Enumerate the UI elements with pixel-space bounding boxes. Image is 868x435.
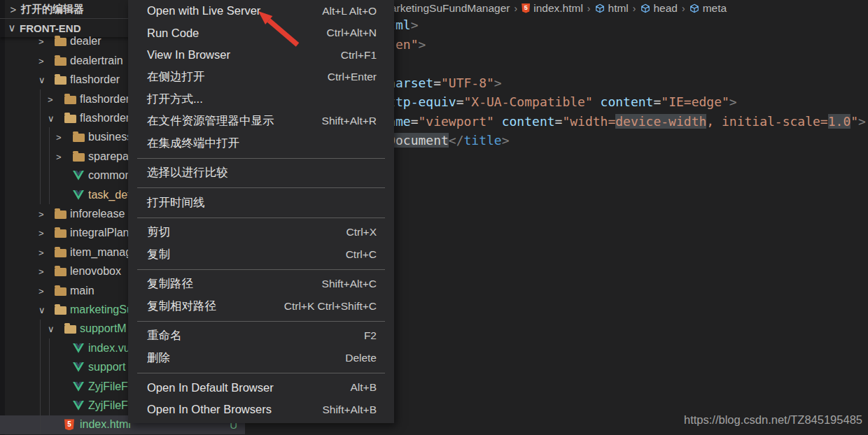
menu-item--[interactable]: 在侧边打开Ctrl+Enter [128, 66, 394, 89]
code-token: "IE=edge" [661, 94, 729, 109]
menu-item-label: 剪切 [147, 224, 170, 240]
breadcrumb-separator-icon: › [587, 3, 591, 14]
chevron-down-icon: ∨ [38, 305, 46, 315]
vue-file-icon [73, 401, 84, 411]
tree-item-label: support [88, 361, 125, 373]
breadcrumb-item-index-html[interactable]: 5index.html [522, 2, 583, 15]
tree-item-label: lenovobox [70, 265, 121, 278]
folder-icon [55, 38, 66, 46]
menu-item-open-with-live-server[interactable]: Open with Live ServerAlt+L Alt+O [128, 0, 394, 22]
menu-item--[interactable]: 剪切Ctrl+X [128, 222, 394, 244]
code-token: </ [449, 133, 464, 148]
chevron-right-icon: > [38, 247, 44, 257]
menu-separator [137, 187, 385, 188]
folder-open-icon [64, 115, 76, 123]
breadcrumb: marketingSuFundManager›5index.html›html›… [382, 0, 727, 16]
folder-icon [73, 153, 85, 162]
menu-separator [137, 158, 385, 159]
breadcrumb-item-head[interactable]: head [640, 2, 678, 15]
menu-item--[interactable]: 重命名F2 [128, 325, 394, 348]
folder-icon [55, 268, 66, 276]
menu-item--[interactable]: 选择以进行比较 [128, 162, 394, 185]
code-token: = [555, 114, 563, 129]
code-token: "viewport" [418, 114, 493, 129]
menu-item-run-code[interactable]: Run CodeCtrl+Alt+N [128, 22, 394, 45]
menu-item--[interactable]: 删除Delete [128, 347, 394, 369]
menu-item-shortcut: Shift+Alt+R [308, 115, 377, 127]
menu-item-label: 打开方式... [147, 92, 203, 107]
breadcrumb-label: meta [703, 2, 727, 15]
breadcrumb-item-meta[interactable]: meta [690, 2, 727, 15]
code-token: title [464, 133, 502, 148]
menu-item-label: Open In Other Browsers [147, 403, 272, 416]
vue-file-icon [73, 343, 84, 353]
menu-item-label: 复制相对路径 [147, 299, 216, 314]
breadcrumb-separator-icon: › [633, 3, 636, 14]
menu-item-shortcut: Ctrl+Alt+N [313, 27, 377, 39]
tree-item-label: flashorder [70, 73, 120, 86]
menu-item--[interactable]: 复制Ctrl+C [128, 243, 394, 266]
menu-item--[interactable]: 打开方式... [128, 88, 394, 110]
breadcrumb-item-marketingsufundmanager[interactable]: marketingSuFundManager [382, 2, 510, 15]
tree-item-label: main [70, 285, 94, 297]
breadcrumb-label: head [654, 2, 678, 15]
menu-item-shortcut: F2 [350, 329, 377, 342]
menu-item-open-in-other-browsers[interactable]: Open In Other BrowsersShift+Alt+B [128, 399, 394, 421]
code-token: "X-UA-Compatible" [464, 94, 593, 109]
menu-item-label: Run Code [147, 27, 199, 40]
chevron-down-icon: ∨ [48, 324, 55, 334]
context-menu: Open with Live ServerAlt+L Alt+ORun Code… [128, 0, 394, 423]
folder-icon [64, 96, 76, 104]
menu-item-label: Open with Live Server [147, 4, 260, 17]
code-token: content [494, 114, 555, 129]
tree-item-label: index.html [80, 418, 131, 431]
menu-item-view-in-browser[interactable]: View In BrowserCtrl+F1 [128, 44, 394, 66]
html5-file-icon: 5 [64, 419, 74, 430]
menu-item-label: Open In Default Browser [147, 381, 274, 394]
folder-icon [55, 57, 66, 66]
chevron-right-icon: > [38, 209, 44, 220]
menu-item--[interactable]: 在集成终端中打开 [128, 132, 394, 155]
vue-file-icon [73, 171, 84, 180]
menu-item-label: 在侧边打开 [147, 69, 205, 85]
menu-separator [137, 373, 385, 373]
menu-item--[interactable]: 打开时间线 [128, 192, 394, 214]
chevron-right-icon: > [56, 132, 62, 143]
menu-item-shortcut: Ctrl+X [332, 226, 377, 238]
folder-open-icon [55, 306, 66, 315]
code-token: > [502, 133, 510, 148]
symbol-cube-icon [595, 3, 605, 13]
menu-item-label: 在文件资源管理器中显示 [147, 113, 274, 129]
menu-item-label: 重命名 [147, 328, 182, 343]
open-editors-label: 打开的编辑器 [21, 3, 84, 16]
menu-item--[interactable]: 在文件资源管理器中显示Shift+Alt+R [128, 110, 394, 133]
folder-icon [55, 249, 66, 257]
indent-guide [49, 127, 50, 204]
code-token: > [494, 76, 502, 90]
vue-file-icon [73, 362, 84, 372]
menu-item-open-in-default-browser[interactable]: Open In Default BrowserAlt+B [128, 377, 394, 399]
indent-guide [49, 338, 50, 415]
code-token: Document [388, 133, 449, 148]
code-token: "UTF-8" [441, 76, 494, 90]
breadcrumb-item-html[interactable]: html [595, 2, 629, 15]
menu-item-label: 删除 [147, 350, 170, 366]
folder-icon [55, 287, 66, 296]
chevron-right-icon: > [38, 228, 44, 238]
menu-separator [137, 269, 385, 270]
tree-item-label: dealer [70, 35, 101, 48]
watermark-url: https://blog.csdn.net/TZ845195485 [684, 413, 862, 427]
tree-item-label: ZyjFileF [88, 399, 128, 412]
chevron-right-icon: > [6, 3, 21, 15]
indent-guide [40, 320, 41, 434]
breadcrumb-label: html [608, 2, 629, 15]
menu-item-shortcut: Alt+L Alt+O [308, 5, 377, 17]
menu-item--[interactable]: 复制路径Shift+Alt+C [128, 273, 394, 296]
menu-item-shortcut: Ctrl+C [332, 248, 377, 261]
folder-open-icon [64, 325, 76, 334]
menu-item--[interactable]: 复制相对路径Ctrl+K Ctrl+Shift+C [128, 295, 394, 318]
tree-item-label: inforelease [70, 208, 125, 220]
code-token: > [858, 114, 866, 129]
folder-icon [55, 211, 66, 219]
menu-item-shortcut: Alt+B [337, 381, 377, 394]
